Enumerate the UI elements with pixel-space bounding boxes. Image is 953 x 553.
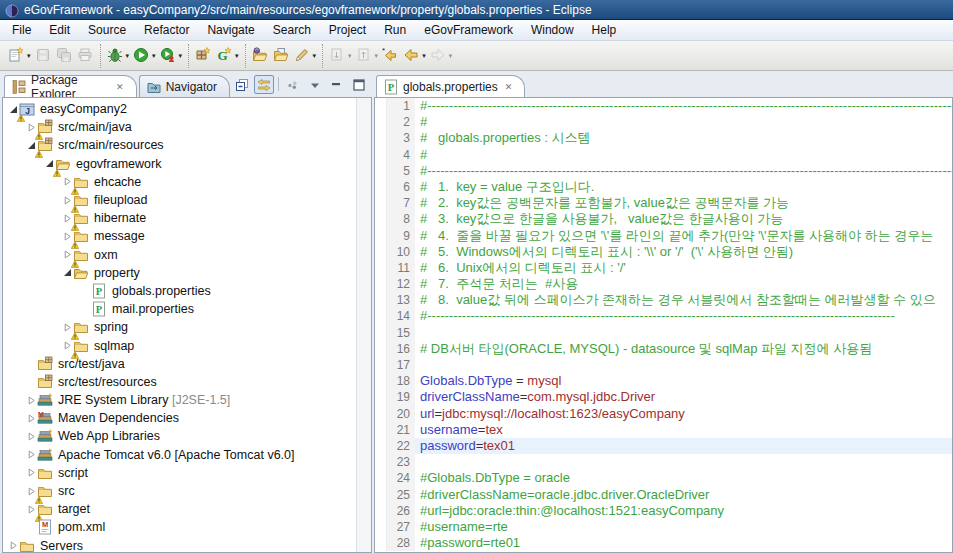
tree-item[interactable]: fileupload: [3, 191, 356, 209]
code-line[interactable]: #driverClassName=oracle.jdbc.driver.Orac…: [415, 487, 952, 503]
code-line[interactable]: #: [415, 114, 952, 130]
annotation-ruler[interactable]: [375, 357, 387, 373]
menu-help[interactable]: Help: [583, 21, 626, 39]
menu-edit[interactable]: Edit: [40, 21, 79, 39]
tree-item[interactable]: oxm: [3, 246, 356, 264]
menu-search[interactable]: Search: [264, 21, 320, 39]
code-line[interactable]: #---------------------------------------…: [415, 163, 952, 179]
annotation-ruler[interactable]: [375, 147, 387, 163]
collapse-all-button[interactable]: [232, 75, 252, 94]
tree-item[interactable]: Web App Libraries: [3, 427, 356, 445]
last-edit-location-button[interactable]: *: [380, 45, 401, 66]
expand-arrow-icon[interactable]: [25, 432, 37, 441]
code-line[interactable]: password=tex01: [415, 438, 952, 454]
tree-item[interactable]: src: [3, 482, 356, 500]
annotation-ruler[interactable]: [375, 163, 387, 179]
menu-navigate[interactable]: Navigate: [198, 21, 263, 39]
annotation-ruler[interactable]: [375, 308, 387, 324]
tree-item[interactable]: JRE System Library [J2SE-1.5]: [3, 391, 356, 409]
menu-run[interactable]: Run: [375, 21, 415, 39]
code-line[interactable]: #url=jdbc:oracle:thin:@localhost:1521:ea…: [415, 503, 952, 519]
annotation-ruler[interactable]: [375, 341, 387, 357]
annotation-ruler[interactable]: [375, 389, 387, 405]
tree-item[interactable]: MMaven Dependencies: [3, 409, 356, 427]
expand-arrow-icon[interactable]: [25, 414, 37, 423]
annotation-ruler[interactable]: [375, 503, 387, 519]
code-line[interactable]: username=tex: [415, 422, 952, 438]
minimize-button[interactable]: [327, 75, 347, 94]
run-external-button[interactable]: ▾: [158, 45, 185, 66]
annotation-ruler[interactable]: [375, 292, 387, 308]
code-line[interactable]: Globals.DbType = mysql: [415, 373, 952, 389]
run-button[interactable]: ▾: [131, 45, 158, 66]
tree-item[interactable]: sqlmap: [3, 336, 356, 354]
tree-item[interactable]: Servers: [3, 537, 356, 553]
tree-item[interactable]: Pglobals.properties: [3, 282, 356, 300]
code-line[interactable]: url=jdbc:mysql://localhost:1623/easyComp…: [415, 406, 952, 422]
annotation-ruler[interactable]: [375, 422, 387, 438]
menu-window[interactable]: Window: [522, 21, 583, 39]
tree-item[interactable]: Pmail.properties: [3, 300, 356, 318]
tree-item[interactable]: src/main/java: [3, 118, 356, 136]
code-line[interactable]: #username=rte: [415, 519, 952, 535]
code-line[interactable]: # 1. key = value 구조입니다.: [415, 179, 952, 195]
code-line[interactable]: # 2. key값은 공백문자를 포함불가, value값은 공백문자를 가능: [415, 195, 952, 211]
menu-source[interactable]: Source: [79, 21, 135, 39]
code-line[interactable]: #---------------------------------------…: [415, 98, 952, 114]
code-line[interactable]: # globals.properties : 시스템: [415, 130, 952, 146]
code-line[interactable]: #---------------------------------------…: [415, 308, 952, 324]
tree-item[interactable]: target: [3, 500, 356, 518]
expand-arrow-icon[interactable]: [25, 450, 37, 459]
annotation-ruler[interactable]: [375, 276, 387, 292]
code-line[interactable]: driverClassName=com.mysql.jdbc.Driver: [415, 389, 952, 405]
code-line[interactable]: # 6. Unix에서의 디렉토리 표시 : '/': [415, 260, 952, 276]
egov-generate-button[interactable]: G▾: [214, 45, 241, 66]
link-with-editor-button[interactable]: [254, 75, 274, 94]
tree-item[interactable]: Apache Tomcat v6.0 [Apache Tomcat v6.0]: [3, 446, 356, 464]
expand-arrow-icon[interactable]: [25, 468, 37, 477]
annotation-ruler[interactable]: [375, 373, 387, 389]
collapse-arrow-icon[interactable]: [61, 268, 73, 277]
menu-refactor[interactable]: Refactor: [135, 21, 198, 39]
code-line[interactable]: [415, 325, 952, 341]
annotation-ruler[interactable]: [375, 454, 387, 470]
menu-file[interactable]: File: [3, 21, 40, 39]
code-line[interactable]: # 3. key값으로 한글을 사용불가, value값은 한글사용이 가능: [415, 211, 952, 227]
menu-egovframework[interactable]: eGovFramework: [415, 21, 522, 39]
code-line[interactable]: # DB서버 타입(ORACLE, MYSQL) - datasource 및 …: [415, 341, 952, 357]
tab-package-explorer[interactable]: Package Explorer ✕: [4, 75, 137, 98]
annotation-ruler[interactable]: [375, 535, 387, 551]
vertical-scrollbar[interactable]: [356, 98, 371, 552]
annotation-ruler[interactable]: [375, 228, 387, 244]
chevron-down-button[interactable]: [305, 75, 325, 94]
code-line[interactable]: # 8. value값 뒤에 스페이스가 존재하는 경우 서블릿에서 참조할때는…: [415, 292, 952, 308]
code-line[interactable]: [415, 454, 952, 470]
code-line[interactable]: #Globals.DbType = oracle: [415, 470, 952, 486]
tree-item[interactable]: src/test/resources: [3, 373, 356, 391]
annotation-ruler[interactable]: [375, 195, 387, 211]
annotation-ruler[interactable]: [375, 260, 387, 276]
tree-item[interactable]: JeasyCompany2: [3, 100, 356, 118]
tree-item[interactable]: script: [3, 464, 356, 482]
open-folder-button[interactable]: [271, 45, 292, 66]
code-line[interactable]: # 5. Windows에서의 디렉토리 표시 : '\\' or '/' ('…: [415, 244, 952, 260]
code-line[interactable]: [415, 357, 952, 373]
expand-arrow-icon[interactable]: [7, 541, 19, 550]
tree-item[interactable]: property: [3, 264, 356, 282]
new-java-element-button[interactable]: [193, 45, 214, 66]
tree-item[interactable]: spring: [3, 318, 356, 336]
code-line[interactable]: #password=rte01: [415, 535, 952, 551]
tree-item[interactable]: message: [3, 227, 356, 245]
annotation-ruler[interactable]: [375, 179, 387, 195]
code-line[interactable]: #: [415, 147, 952, 163]
annotation-ruler[interactable]: [375, 519, 387, 535]
annotation-ruler[interactable]: [375, 130, 387, 146]
marker-pencil-button[interactable]: ▾: [292, 45, 319, 66]
menu-project[interactable]: Project: [320, 21, 375, 39]
code-line[interactable]: # 7. 주석문 처리는 #사용: [415, 276, 952, 292]
code-line[interactable]: # 4. 줄을 바꿀 필요가 있으면 '\'를 라인의 끝에 추가(만약 '\'…: [415, 228, 952, 244]
back-button[interactable]: ▾: [401, 45, 428, 66]
annotation-ruler[interactable]: [375, 325, 387, 341]
view-menu-button[interactable]: [283, 75, 303, 94]
annotation-ruler[interactable]: [375, 406, 387, 422]
